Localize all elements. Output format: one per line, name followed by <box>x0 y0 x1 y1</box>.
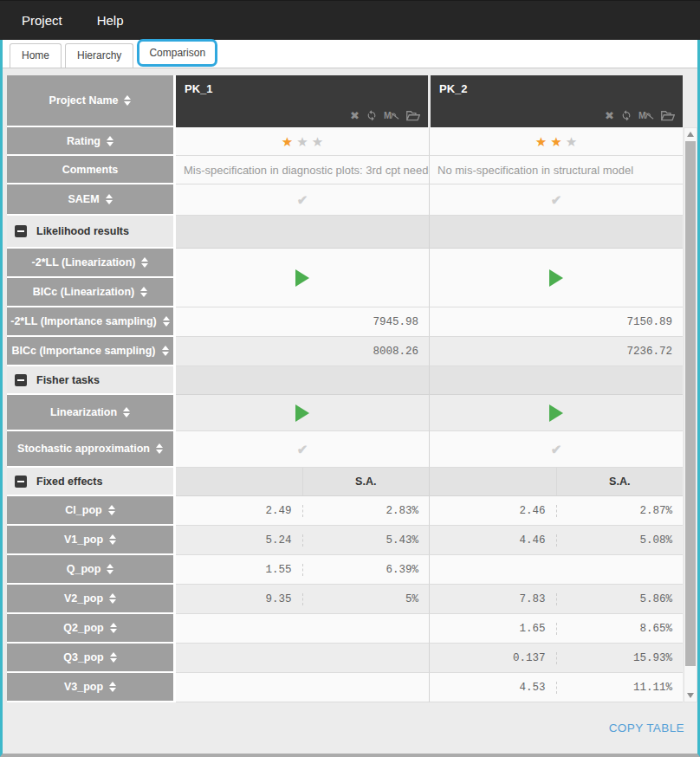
section-likelihood-results[interactable]: Likelihood results <box>7 216 176 249</box>
row-label-v3-pop[interactable]: V3_pop <box>7 673 176 702</box>
copy-table-button[interactable]: COPY TABLE <box>609 721 684 734</box>
row-label-saem[interactable]: SAEM <box>7 184 176 216</box>
check-icon: ✔ <box>297 192 308 208</box>
close-icon[interactable]: ✖ <box>605 110 614 121</box>
run-play-button[interactable] <box>549 269 563 287</box>
scroll-down-arrow[interactable] <box>684 689 697 702</box>
estimate-half: 1.65 <box>430 623 557 635</box>
star-1[interactable]: ★ <box>535 135 547 148</box>
cell-likelihood-run-pk-2 <box>429 249 683 307</box>
cell-comments-pk-2[interactable]: No mis-specification in structural model <box>429 156 683 184</box>
vertical-scrollbar[interactable] <box>684 127 697 702</box>
row-label-linearization[interactable]: Linearization <box>7 395 176 431</box>
section-label-likelihood-results: Likelihood results <box>36 225 129 237</box>
open-folder-icon[interactable] <box>661 110 675 121</box>
row-label-v2-pop[interactable]: V2_pop <box>7 585 176 614</box>
value-q-pop-pk-1: 1.55 <box>265 564 291 576</box>
value-v1-pop-pk-1-sa: 5.43% <box>386 534 418 547</box>
sort-icon <box>107 564 113 574</box>
sort-icon <box>140 287 147 297</box>
row-label-q2-pop[interactable]: Q2_pop <box>7 614 176 644</box>
project-name-pk-1: PK_1 <box>185 82 213 95</box>
cell-v3-pop-pk-1 <box>176 673 429 702</box>
tab-home[interactable]: Home <box>10 43 62 68</box>
row-label-bicc-linearization[interactable]: BICc (Linearization) <box>7 278 176 307</box>
collapse-minus-icon[interactable] <box>15 225 27 237</box>
star-1[interactable]: ★ <box>282 135 293 148</box>
app-window: Project Help Home Hierarchy Comparison P… <box>0 0 700 757</box>
tab-comparison[interactable]: Comparison <box>137 39 217 67</box>
star-3[interactable]: ★ <box>566 135 577 148</box>
refresh-icon[interactable] <box>366 109 378 121</box>
cell-stochastic-approximation-pk-2: ✔ <box>429 431 683 468</box>
value-bicc-importance-sampling-pk-1: 8008.26 <box>373 346 418 358</box>
row-label-2-ll-importance-sampling[interactable]: -2*LL (Importance sampling) <box>7 307 176 337</box>
comparison-table: Project NamePK_1✖MPK_2✖MRating★★★★★★Comm… <box>7 75 683 702</box>
row-label-2-ll-linearization[interactable]: -2*LL (Linearization) <box>7 249 176 278</box>
run-play-button[interactable] <box>549 404 563 422</box>
cell-q2-pop-pk-1 <box>176 614 429 644</box>
collapse-minus-icon[interactable] <box>15 476 27 488</box>
tab-hierarchy[interactable]: Hierarchy <box>65 43 133 68</box>
row-label-q3-pop[interactable]: Q3_pop <box>7 644 176 673</box>
row-label-q-pop[interactable]: Q_pop <box>7 555 176 585</box>
menu-help[interactable]: Help <box>97 13 124 28</box>
row-label-q-pop-text: Q_pop <box>67 563 101 575</box>
scroll-up-arrow[interactable] <box>684 128 697 140</box>
section-cell-likelihood-results-pk-2 <box>429 216 683 249</box>
row-label-bicc-importance-sampling[interactable]: BICc (Importance sampling) <box>7 337 176 366</box>
collapse-minus-icon[interactable] <box>15 374 27 386</box>
estimate-half: 9.35 <box>176 593 303 605</box>
rse-half: 5.43% <box>303 534 430 547</box>
sort-icon <box>124 95 131 106</box>
footer-bar: COPY TABLE <box>7 702 697 754</box>
cell-comments-pk-1[interactable]: Mis-specification in diagnostic plots: 3… <box>176 156 429 184</box>
rse-half: 15.93% <box>557 652 684 664</box>
sort-icon <box>110 623 117 633</box>
value-q3-pop-pk-2: 0.137 <box>513 652 546 664</box>
subheader-sa-pk-1: S.A. <box>302 468 430 495</box>
section-fisher-tasks[interactable]: Fisher tasks <box>7 366 176 395</box>
value-v3-pop-pk-2-sa: 11.11% <box>633 682 672 694</box>
cell-likelihood-run-pk-1 <box>176 249 429 307</box>
scroll-thumb[interactable] <box>685 141 696 666</box>
table-row: Q_pop1.556.39% <box>7 555 683 585</box>
monolix-icon[interactable]: M <box>384 109 400 121</box>
cell-linearization-pk-1 <box>176 395 429 431</box>
close-icon[interactable]: ✖ <box>350 110 360 121</box>
run-play-button[interactable] <box>295 404 309 422</box>
menu-bar: Project Help <box>0 1 700 40</box>
rating-stars-pk-2: ★★★ <box>535 135 577 148</box>
table-row: Cl_pop2.492.83%2.462.87% <box>7 496 683 526</box>
menu-project[interactable]: Project <box>22 13 62 28</box>
star-3[interactable]: ★ <box>312 135 323 148</box>
row-label-v1-pop[interactable]: V1_pop <box>7 526 176 555</box>
value-v1-pop-pk-2-sa: 5.08% <box>639 534 672 547</box>
monolix-icon[interactable]: M <box>638 109 655 121</box>
open-folder-icon[interactable] <box>406 110 420 121</box>
sort-icon <box>109 534 116 545</box>
sa-spacer <box>430 468 556 495</box>
row-label-cl-pop[interactable]: Cl_pop <box>7 496 176 526</box>
row-label-stochastic-approximation[interactable]: Stochastic approximation <box>7 431 176 468</box>
row-label-project-name[interactable]: Project Name <box>7 75 176 127</box>
table-row: Rating★★★★★★ <box>7 127 683 156</box>
section-fixed-effects[interactable]: Fixed effects <box>7 468 176 496</box>
row-label-rating[interactable]: Rating <box>7 127 176 156</box>
value-v2-pop-pk-1-sa: 5% <box>405 593 418 605</box>
sort-icon <box>108 505 115 515</box>
row-label-v3-pop-text: V3_pop <box>64 681 103 693</box>
cell-q-pop-pk-1: 1.556.39% <box>176 555 429 585</box>
sort-icon <box>162 346 169 356</box>
run-play-button[interactable] <box>295 269 309 287</box>
star-2[interactable]: ★ <box>550 135 561 148</box>
table-row: V3_pop4.5311.11% <box>7 673 683 702</box>
cell-cl-pop-pk-1: 2.492.83% <box>176 496 429 526</box>
estimate-half: 7.83 <box>430 593 557 605</box>
star-2[interactable]: ★ <box>296 135 308 148</box>
value-v2-pop-pk-2-sa: 5.86% <box>639 593 672 605</box>
row-label-bicc-linearization-text: BICc (Linearization) <box>33 286 134 298</box>
cell-v1-pop-pk-2: 4.465.08% <box>429 526 683 555</box>
cell-stochastic-approximation-pk-1: ✔ <box>176 431 429 468</box>
refresh-icon[interactable] <box>620 109 632 121</box>
